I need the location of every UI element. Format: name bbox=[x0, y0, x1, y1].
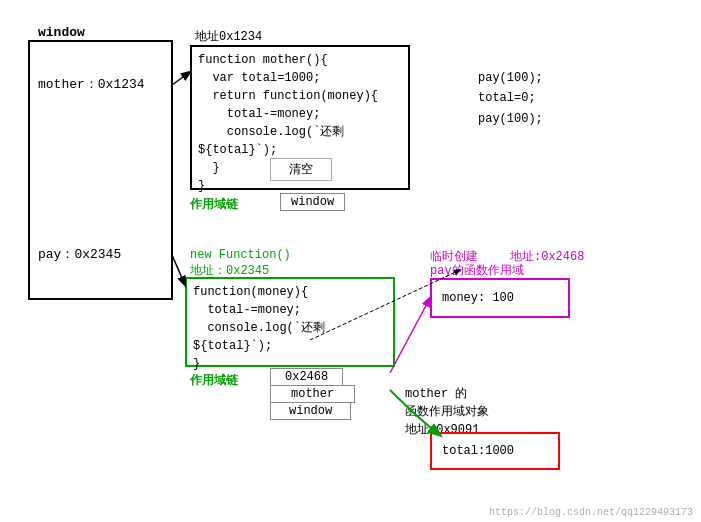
pay-scope-label: pay的函数作用域 bbox=[430, 262, 524, 279]
code-line-3: return function(money){ bbox=[198, 87, 402, 105]
code-line-2: var total=1000; bbox=[198, 69, 402, 87]
scope-label-inner: 作用域链 bbox=[190, 372, 238, 389]
mother-address: 地址0x1234 bbox=[195, 28, 262, 45]
pay-scope-content: money: 100 bbox=[442, 291, 514, 305]
pay-call-3: pay(100); bbox=[478, 109, 543, 129]
svg-line-1 bbox=[172, 255, 185, 285]
mother-scope-content: total:1000 bbox=[442, 444, 514, 458]
scope-item-window: window bbox=[270, 402, 351, 420]
inner-line-3: console.log(`还剩${total}`); bbox=[193, 319, 387, 355]
mother-scope-box: total:1000 bbox=[430, 432, 560, 470]
watermark: https://blog.csdn.net/qq1229493173 bbox=[489, 507, 693, 518]
code-line-5: console.log(`还剩${total}`); bbox=[198, 123, 402, 159]
svg-line-0 bbox=[172, 72, 190, 85]
window-label: window bbox=[38, 25, 85, 40]
new-func-label: new Function() bbox=[190, 248, 291, 262]
pay-calls: pay(100); total=0; pay(100); bbox=[478, 68, 543, 129]
scope-chain-mother-label: 作用域链 bbox=[190, 196, 238, 213]
mother-scope-title: mother 的 函数作用域对象 地址:0x9091 bbox=[405, 385, 489, 439]
inner-line-2: total-=money; bbox=[193, 301, 387, 319]
clear-button[interactable]: 清空 bbox=[270, 158, 332, 181]
pay-call-2: total=0; bbox=[478, 88, 543, 108]
pay-call-1: pay(100); bbox=[478, 68, 543, 88]
code-line-4: total-=money; bbox=[198, 105, 402, 123]
pay-scope-box: money: 100 bbox=[430, 278, 570, 318]
svg-line-2 bbox=[390, 298, 430, 373]
scope-item-0x2468: 0x2468 bbox=[270, 368, 343, 386]
scope-item-mother: mother bbox=[270, 385, 355, 403]
mother-scope-title-line1: mother 的 bbox=[405, 385, 489, 403]
window-mother-ref: mother：0x1234 bbox=[38, 75, 145, 93]
scope-chain-mother-window: window bbox=[280, 193, 345, 211]
inner-line-1: function(money){ bbox=[193, 283, 387, 301]
window-pay-ref: pay：0x2345 bbox=[38, 245, 121, 263]
code-line-1: function mother(){ bbox=[198, 51, 402, 69]
inner-code-box: function(money){ total-=money; console.l… bbox=[185, 277, 395, 367]
mother-scope-title-line2: 函数作用域对象 bbox=[405, 403, 489, 421]
